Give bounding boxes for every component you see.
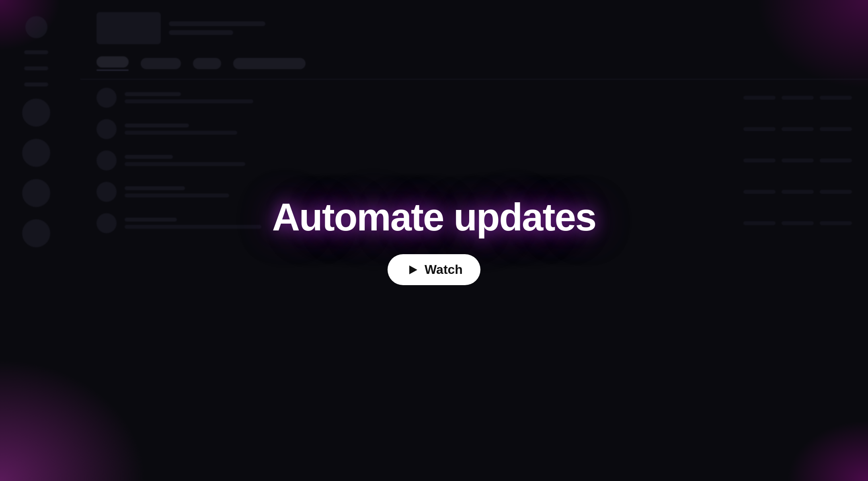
play-icon bbox=[405, 263, 420, 277]
watch-button[interactable]: Watch bbox=[388, 254, 480, 285]
headline: Automate updates bbox=[272, 196, 596, 238]
watch-button-label: Watch bbox=[425, 262, 463, 277]
overlay: Automate updates Watch bbox=[0, 0, 868, 481]
play-triangle-shape bbox=[409, 265, 417, 274]
